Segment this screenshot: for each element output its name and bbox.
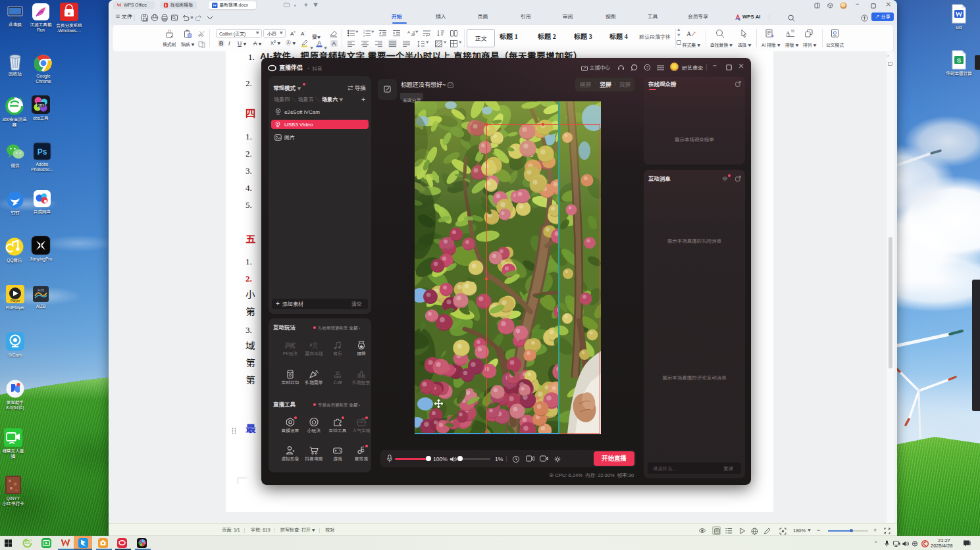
svg-text:AIZB: AIZB (38, 289, 44, 292)
svg-text:?: ? (646, 66, 649, 70)
svg-text:Ps: Ps (38, 147, 47, 157)
svg-text:OBS: OBS (38, 103, 45, 107)
svg-text:e: e (68, 11, 71, 16)
svg-text:A: A (407, 30, 410, 34)
svg-text:Player: Player (11, 299, 20, 303)
svg-text:A: A (686, 30, 692, 38)
svg-text:3: 3 (363, 34, 365, 36)
svg-text:S: S (957, 57, 961, 64)
svg-text:A: A (786, 30, 790, 37)
svg-text:A: A (317, 39, 321, 46)
svg-text:PK: PK (285, 341, 296, 349)
